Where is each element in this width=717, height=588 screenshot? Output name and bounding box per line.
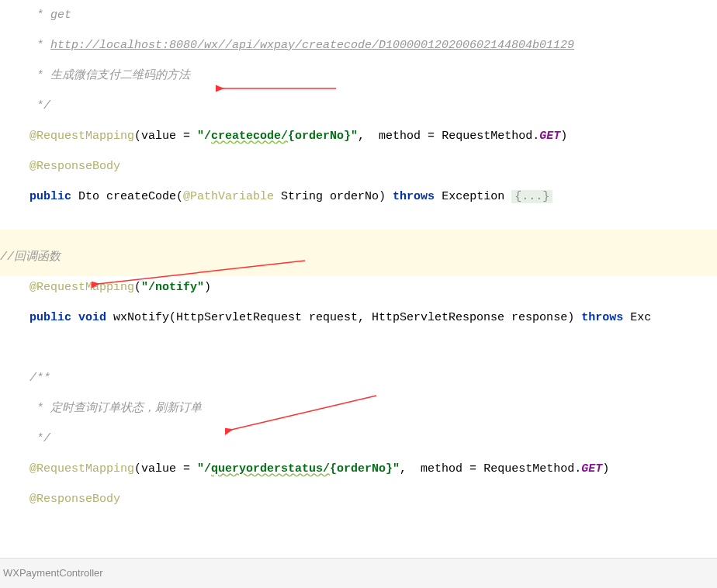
keyword: throws bbox=[393, 190, 435, 203]
string-literal: queryorderstatus/ bbox=[211, 462, 330, 476]
keyword: throws bbox=[581, 311, 623, 324]
string-literal: {orderNo}" bbox=[330, 462, 400, 476]
code-line: * 生成微信支付二维码的方法 bbox=[0, 61, 717, 91]
code-text: (value = bbox=[134, 462, 197, 476]
string-literal: createcode/ bbox=[211, 130, 288, 143]
code-line: public Dto createCode(@PathVariable Stri… bbox=[0, 182, 717, 212]
annotation: @RequestMapping bbox=[29, 462, 134, 476]
string-literal: "/ bbox=[197, 130, 211, 143]
annotation: @ResponseBody bbox=[29, 493, 120, 506]
code-line: //回调函数 bbox=[0, 242, 717, 272]
annotation: @ResponseBody bbox=[29, 160, 120, 173]
code-line: * 定时查询订单状态，刷新订单 bbox=[0, 393, 717, 424]
annotation: @RequestMapping bbox=[29, 281, 134, 294]
code-text: ) bbox=[602, 462, 609, 476]
code-editor[interactable]: * get * http://localhost:8080/wx//api/wx… bbox=[0, 0, 717, 514]
code-line: @RequestMapping(value = "/queryorderstat… bbox=[0, 454, 717, 484]
code-text: String orderNo) bbox=[274, 190, 393, 203]
code-line: @RequestMapping("/notify") bbox=[0, 272, 717, 303]
string-literal: {orderNo}" bbox=[288, 130, 358, 143]
code-text: wxNotify(HttpServletRequest request, Htt… bbox=[106, 311, 581, 324]
string-literal: "/notify" bbox=[141, 281, 204, 294]
code-line: /** bbox=[0, 363, 717, 393]
code-line: */ bbox=[0, 424, 717, 454]
code-line: * http://localhost:8080/wx//api/wxpay/cr… bbox=[0, 30, 717, 61]
code-line bbox=[0, 212, 717, 242]
code-line: public void wxNotify(HttpServletRequest … bbox=[0, 303, 717, 333]
code-text: ( bbox=[134, 281, 141, 294]
enum-ref: GET bbox=[539, 130, 560, 143]
string-literal: "/ bbox=[197, 462, 211, 476]
comment-text: * 定时查询订单状态，刷新订单 bbox=[29, 402, 202, 415]
code-line: @ResponseBody bbox=[0, 484, 717, 514]
comment-text: /** bbox=[29, 372, 50, 385]
comment-text: * 生成微信支付二维码的方法 bbox=[29, 69, 190, 82]
code-text: (value = bbox=[134, 130, 197, 143]
breadcrumb[interactable]: WXPaymentController bbox=[0, 558, 717, 588]
code-text: ) bbox=[560, 130, 567, 143]
code-text: Dto createCode( bbox=[71, 190, 183, 203]
comment-text: //回调函数 bbox=[0, 251, 61, 264]
code-text: Exc bbox=[623, 311, 651, 324]
keyword: public bbox=[29, 311, 71, 324]
fold-marker[interactable]: {...} bbox=[511, 190, 552, 203]
comment-text: */ bbox=[29, 99, 50, 112]
code-text: ) bbox=[204, 281, 211, 294]
code-text: , method = RequestMethod. bbox=[358, 130, 539, 143]
enum-ref: GET bbox=[581, 462, 602, 476]
code-line: */ bbox=[0, 91, 717, 121]
code-text: Exception bbox=[435, 190, 511, 203]
code-line: @ResponseBody bbox=[0, 151, 717, 182]
comment-url: http://localhost:8080/wx//api/wxpay/crea… bbox=[50, 39, 574, 52]
annotation: @PathVariable bbox=[183, 190, 274, 203]
comment-text: * bbox=[29, 39, 50, 52]
annotation: @RequestMapping bbox=[29, 130, 134, 143]
code-line bbox=[0, 333, 717, 363]
code-text: , method = RequestMethod. bbox=[400, 462, 581, 476]
comment-text: */ bbox=[29, 432, 50, 445]
keyword: public bbox=[29, 190, 71, 203]
comment-text: * get bbox=[29, 9, 71, 22]
keyword: void bbox=[71, 311, 106, 324]
code-line: @RequestMapping(value = "/createcode/{or… bbox=[0, 121, 717, 151]
code-line: * get bbox=[0, 0, 717, 30]
